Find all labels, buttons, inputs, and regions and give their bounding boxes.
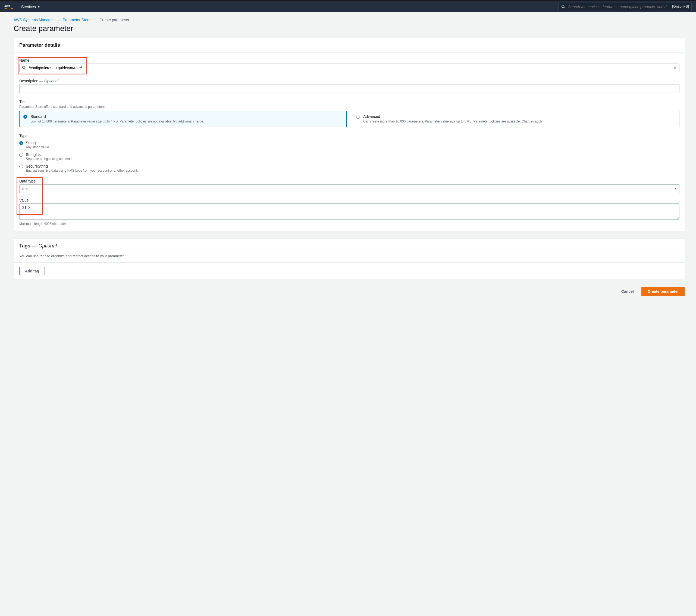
name-input[interactable] xyxy=(19,64,679,72)
search-shortcut: [Option+S] xyxy=(672,4,689,9)
search-icon xyxy=(22,66,26,70)
radio-icon xyxy=(356,115,360,119)
chevron-down-icon: ▼ xyxy=(674,187,677,190)
tier-hint: Parameter Store offers standard and adva… xyxy=(19,105,679,109)
clear-icon[interactable]: ✕ xyxy=(673,65,677,70)
tags-header: Tags — Optional xyxy=(14,239,685,253)
value-hint: Maximum length 4096 characters. xyxy=(19,222,679,226)
radio-icon xyxy=(19,141,23,145)
services-label: Services xyxy=(21,5,36,9)
svg-line-4 xyxy=(25,68,26,69)
type-option-securestring[interactable]: SecureString Encrypt sensitive data usin… xyxy=(19,164,679,172)
radio-icon xyxy=(19,153,23,157)
tags-description: You can use tags to organize and restric… xyxy=(19,254,679,258)
type-option-stringlist[interactable]: StringList Separate strings using commas… xyxy=(19,152,679,161)
global-search-input[interactable] xyxy=(558,3,692,11)
parameter-details-panel: Parameter details Name ✕ Description — O… xyxy=(14,38,685,232)
breadcrumb-current: Create parameter xyxy=(99,18,129,22)
svg-text:aws: aws xyxy=(4,4,11,8)
tier-standard-desc: Limit of 10,000 parameters. Parameter va… xyxy=(30,119,343,124)
aws-logo: aws xyxy=(4,4,14,10)
page-title: Create parameter xyxy=(14,24,685,33)
create-parameter-button[interactable]: Create parameter xyxy=(642,287,685,296)
services-menu[interactable]: Services ▼ xyxy=(21,5,40,9)
svg-point-1 xyxy=(562,5,564,7)
type-securestring-desc: Encrypt sensitive data using KMS keys fr… xyxy=(26,169,138,172)
svg-line-2 xyxy=(564,7,565,9)
value-label: Value xyxy=(19,198,679,202)
radio-icon xyxy=(19,164,23,169)
search-icon xyxy=(561,5,565,9)
data-type-value: text xyxy=(22,187,29,191)
breadcrumb-link-systems-manager[interactable]: AWS Systems Manager xyxy=(14,18,54,22)
tier-label: Tier xyxy=(19,99,679,104)
radio-icon xyxy=(23,115,27,119)
chevron-right-icon: › xyxy=(94,18,96,22)
global-search: [Option+S] xyxy=(558,3,692,11)
tags-panel: Tags — Optional You can use tags to orga… xyxy=(14,238,685,280)
cancel-button[interactable]: Cancel xyxy=(617,287,637,296)
type-label: Type xyxy=(19,133,679,138)
description-input[interactable] xyxy=(19,84,679,93)
chevron-down-icon: ▼ xyxy=(37,5,40,9)
breadcrumb: AWS Systems Manager › Parameter Store › … xyxy=(14,18,685,22)
name-label: Name xyxy=(19,58,679,62)
tier-tile-advanced[interactable]: Advanced Can create more than 10,000 par… xyxy=(352,111,679,127)
data-type-select[interactable]: text ▼ xyxy=(19,185,679,193)
value-input[interactable] xyxy=(19,203,679,220)
type-option-string[interactable]: String Any string value. xyxy=(19,141,679,149)
type-securestring-title: SecureString xyxy=(26,164,138,169)
type-string-title: String xyxy=(26,141,50,145)
tier-advanced-title: Advanced xyxy=(363,114,675,119)
svg-point-3 xyxy=(22,66,25,69)
footer-actions: Cancel Create parameter xyxy=(14,287,685,296)
chevron-right-icon: › xyxy=(58,18,59,22)
tier-tile-standard[interactable]: Standard Limit of 10,000 parameters. Par… xyxy=(19,111,347,127)
tier-advanced-desc: Can create more than 10,000 parameters. … xyxy=(363,119,675,124)
description-label: Description — Optional xyxy=(19,79,679,83)
top-nav: aws Services ▼ [Option+S] xyxy=(0,1,696,12)
data-type-label: Data type xyxy=(19,179,679,183)
type-stringlist-desc: Separate strings using commas. xyxy=(26,157,72,161)
type-string-desc: Any string value. xyxy=(26,145,50,149)
breadcrumb-link-parameter-store[interactable]: Parameter Store xyxy=(63,18,91,22)
tier-standard-title: Standard xyxy=(30,114,343,119)
parameter-details-header: Parameter details xyxy=(14,38,685,53)
add-tag-button[interactable]: Add tag xyxy=(19,267,45,275)
type-stringlist-title: StringList xyxy=(26,152,72,157)
